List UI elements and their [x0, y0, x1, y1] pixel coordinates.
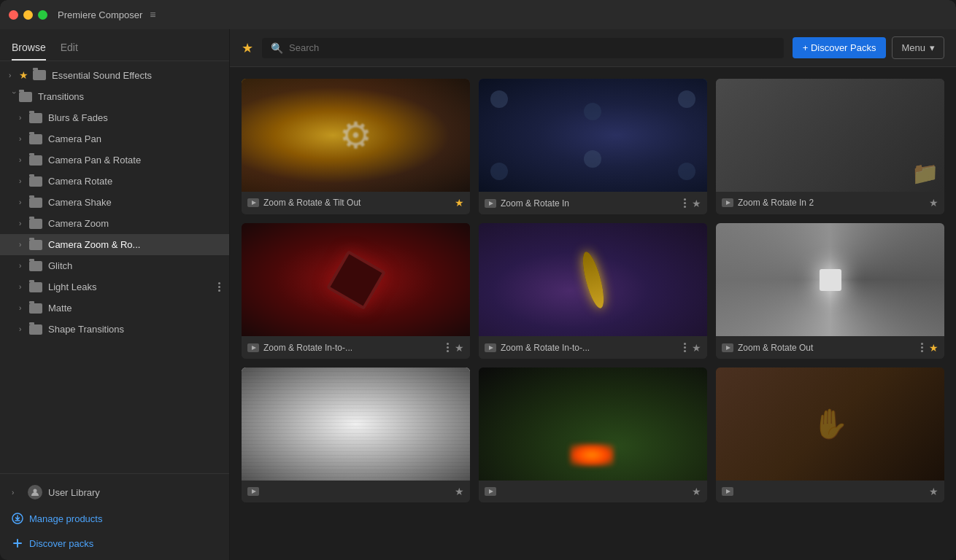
chevron-right-icon: › — [19, 262, 29, 270]
thumbnail-6 — [716, 223, 944, 336]
sidebar-item-camera-pan-rotate[interactable]: › Camera Pan & Rotate — [0, 149, 229, 171]
sidebar-item-matte[interactable]: › Matte — [0, 298, 229, 319]
sidebar-item-manage-products[interactable]: Manage products — [0, 506, 229, 531]
tab-browse[interactable]: Browse — [12, 42, 46, 61]
sidebar-label-user-library: User Library — [48, 487, 100, 498]
context-menu-icon[interactable] — [920, 341, 925, 354]
grid-label-9: ★ — [716, 481, 944, 502]
discover-packs-button[interactable]: + Discover Packs — [793, 37, 887, 58]
grid-label-8: ★ — [479, 481, 707, 502]
sidebar-bottom: › User Library Manage products — [0, 473, 229, 560]
media-grid: ⚙ Zoom & Rotate & Tilt Out ★ — [230, 67, 956, 560]
star-toggle-7[interactable]: ★ — [455, 486, 464, 497]
star-toggle-5[interactable]: ★ — [692, 342, 701, 354]
sidebar-label-light-leaks: Light Leaks — [48, 281, 97, 292]
sidebar-label-blurs-fades: Blurs & Fades — [48, 112, 108, 123]
thumbnail-3: 📁 — [716, 79, 944, 192]
grid-label-7: ★ — [242, 481, 470, 502]
context-menu-icon[interactable] — [218, 282, 220, 292]
folder-icon — [29, 303, 42, 314]
chevron-right-icon: › — [19, 156, 29, 164]
grid-item-2[interactable]: Zoom & Rotate In ★ — [479, 79, 707, 214]
grid-item-3[interactable]: 📁 Zoom & Rotate In 2 ★ — [716, 79, 944, 214]
tab-edit[interactable]: Edit — [61, 42, 78, 61]
star-toggle-2[interactable]: ★ — [692, 198, 701, 209]
star-toggle-6[interactable]: ★ — [929, 342, 938, 354]
sidebar-item-user-library[interactable]: › User Library — [0, 478, 229, 506]
chevron-right-icon: › — [19, 114, 29, 122]
label-left-1: Zoom & Rotate & Tilt Out — [247, 198, 361, 208]
sidebar-item-glitch[interactable]: › Glitch — [0, 255, 229, 276]
sidebar-item-camera-pan[interactable]: › Camera Pan — [0, 128, 229, 149]
clip-icon — [722, 343, 733, 352]
chevron-right-icon: › — [19, 198, 29, 206]
context-menu-icon[interactable] — [445, 341, 450, 354]
folder-icon — [29, 113, 42, 123]
maximize-button[interactable] — [38, 10, 47, 20]
chevron-right-icon: › — [19, 283, 29, 291]
sidebar-item-camera-rotate[interactable]: › Camera Rotate — [0, 171, 229, 192]
chevron-right-icon: › — [19, 241, 29, 249]
grid-label-text-5: Zoom & Rotate In-to-... — [501, 343, 590, 353]
sidebar-label-matte: Matte — [48, 303, 72, 314]
thumbnail-1: ⚙ — [242, 79, 470, 192]
search-container: 🔍 — [262, 38, 784, 58]
label-left-7 — [247, 487, 263, 496]
sidebar-label-discover-packs: Discover packs — [29, 538, 93, 549]
search-input[interactable] — [289, 42, 775, 53]
menu-button[interactable]: Menu ▾ — [892, 36, 944, 59]
app-title: Premiere Composer — [58, 9, 142, 20]
grid-item-8[interactable]: ★ — [479, 368, 707, 502]
sidebar-label-manage-products: Manage products — [29, 513, 102, 524]
grid-item-7[interactable]: ★ — [242, 368, 470, 502]
label-right-9: ★ — [929, 486, 938, 497]
star-icon: ★ — [19, 69, 28, 81]
label-right-4: ★ — [445, 341, 464, 354]
folder-icon — [33, 70, 46, 80]
grid-item-1[interactable]: ⚙ Zoom & Rotate & Tilt Out ★ — [242, 79, 470, 214]
grid-label-text-2: Zoom & Rotate In — [501, 198, 569, 209]
folder-icon — [29, 261, 42, 271]
sidebar-label-camera-zoom-ro: Camera Zoom & Ro... — [48, 239, 140, 250]
folder-icon — [29, 198, 42, 208]
sidebar-label-glitch: Glitch — [48, 260, 72, 271]
minimize-button[interactable] — [23, 10, 33, 20]
label-right-2: ★ — [682, 197, 701, 209]
star-toggle-8[interactable]: ★ — [692, 486, 701, 497]
star-toggle-9[interactable]: ★ — [929, 486, 938, 497]
sidebar-item-light-leaks[interactable]: › Light Leaks — [0, 276, 229, 298]
star-toggle-3[interactable]: ★ — [929, 197, 938, 209]
sidebar-item-essential-sound[interactable]: › ★ Essential Sound Effects — [0, 64, 229, 86]
sidebar-item-camera-shake[interactable]: › Camera Shake — [0, 192, 229, 213]
context-menu-icon[interactable] — [682, 197, 687, 209]
grid-item-4[interactable]: Zoom & Rotate In-to-... ★ — [242, 223, 470, 359]
chevron-right-icon: › — [12, 489, 22, 497]
star-filter-button[interactable]: ★ — [242, 40, 253, 56]
grid-item-5[interactable]: Zoom & Rotate In-to-... ★ — [479, 223, 707, 359]
sidebar-label-essential-sound: Essential Sound Effects — [52, 70, 152, 81]
thumbnail-7 — [242, 368, 470, 481]
sidebar-item-camera-zoom[interactable]: › Camera Zoom — [0, 213, 229, 234]
main-container: Browse Edit › ★ Essential Sound Effects … — [0, 29, 956, 560]
grid-label-6: Zoom & Rotate Out ★ — [716, 336, 944, 359]
context-menu-icon[interactable] — [682, 341, 687, 354]
hamburger-icon[interactable]: ≡ — [150, 9, 155, 20]
sidebar-item-camera-zoom-ro[interactable]: › Camera Zoom & Ro... — [0, 234, 229, 255]
sidebar-item-discover-packs[interactable]: Discover packs — [0, 531, 229, 556]
label-left-4: Zoom & Rotate In-to-... — [247, 343, 352, 353]
chevron-right-icon: › — [19, 304, 29, 312]
clip-icon — [485, 343, 496, 352]
content-header: ★ 🔍 + Discover Packs Menu ▾ — [230, 29, 956, 67]
grid-label-text-3: Zoom & Rotate In 2 — [738, 198, 814, 208]
star-toggle-4[interactable]: ★ — [455, 342, 464, 354]
sidebar-item-transitions[interactable]: › Transitions — [0, 86, 229, 107]
title-bar: Premiere Composer ≡ — [0, 0, 956, 29]
close-button[interactable] — [9, 10, 18, 20]
grid-item-9[interactable]: ✋ ★ — [716, 368, 944, 502]
star-toggle-1[interactable]: ★ — [455, 197, 464, 209]
sidebar-label-transitions: Transitions — [38, 91, 84, 102]
grid-item-6[interactable]: Zoom & Rotate Out ★ — [716, 223, 944, 359]
sidebar-item-shape-transitions[interactable]: › Shape Transitions — [0, 319, 229, 340]
folder-icon — [29, 282, 42, 292]
sidebar-item-blurs-fades[interactable]: › Blurs & Fades — [0, 107, 229, 128]
